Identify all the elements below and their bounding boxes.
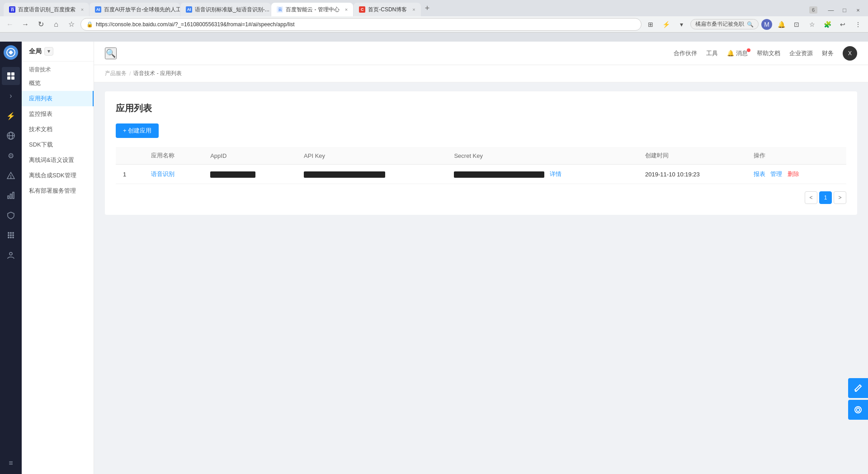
svg-point-22 bbox=[12, 237, 14, 238]
home-button[interactable]: ⌂ bbox=[50, 18, 62, 31]
sidebar-icon-globe[interactable] bbox=[2, 127, 20, 145]
cell-no: 1 bbox=[116, 165, 144, 184]
nav-item-app-list[interactable]: 应用列表 bbox=[22, 91, 94, 106]
sidebar-icon-person[interactable] bbox=[2, 246, 20, 264]
svg-point-19 bbox=[12, 234, 14, 236]
apikey-masked bbox=[304, 171, 385, 178]
cell-app-name: 语音识别 bbox=[144, 165, 203, 184]
nav-item-private-deploy-label: 私有部署服务管理 bbox=[29, 187, 76, 195]
refresh-button[interactable]: ↻ bbox=[34, 18, 47, 31]
sidebar-icon-expand[interactable]: › bbox=[2, 87, 20, 105]
tab-baidu-search[interactable]: 百 百度语音识别_百度搜索 × bbox=[4, 3, 89, 16]
maximize-button[interactable]: □ bbox=[838, 4, 851, 16]
menu-dots-button[interactable]: ⋮ bbox=[852, 18, 864, 31]
action-delete-link[interactable]: 删除 bbox=[788, 171, 799, 177]
address-bar[interactable]: 🔒 https://console.bce.baidu.com/ai/?_=16… bbox=[80, 18, 642, 31]
action-manage-link[interactable]: 管理 bbox=[770, 171, 782, 177]
svg-point-17 bbox=[8, 234, 9, 236]
col-no bbox=[116, 147, 144, 165]
nav-item-offline-sdk[interactable]: 离线合成SDK管理 bbox=[22, 168, 94, 183]
nav-item-overview-label: 概览 bbox=[29, 79, 41, 87]
page-1-button[interactable]: 1 bbox=[819, 191, 832, 204]
svg-point-18 bbox=[10, 234, 12, 236]
cast-button[interactable]: ⊡ bbox=[790, 18, 803, 31]
tools-link[interactable]: 工具 bbox=[706, 49, 718, 57]
lightning-button[interactable]: ⚡ bbox=[660, 18, 672, 31]
finance-link[interactable]: 财务 bbox=[822, 49, 834, 57]
undo-button[interactable]: ↩ bbox=[836, 18, 849, 31]
float-audio-button[interactable] bbox=[848, 400, 868, 420]
app-layout: › ⚡ ⚙ ≡ 全局 ▾ 语音技术 概览 应用 bbox=[0, 42, 868, 474]
nav-item-sdk-download-label: SDK下载 bbox=[29, 141, 53, 149]
window-controls: — □ × bbox=[825, 4, 864, 16]
message-badge[interactable]: 🔔 消息 bbox=[727, 49, 748, 57]
back-button[interactable]: ← bbox=[4, 18, 16, 31]
sidebar-icon-menu[interactable]: ≡ bbox=[2, 454, 20, 472]
enterprise-link[interactable]: 企业资源 bbox=[789, 49, 813, 57]
tab-label-5: 首页-CSDN博客 bbox=[368, 6, 407, 14]
help-link[interactable]: 帮助文档 bbox=[757, 49, 780, 57]
nav-item-private-deploy[interactable]: 私有部署服务管理 bbox=[22, 183, 94, 199]
tab-close-1[interactable]: × bbox=[81, 7, 84, 12]
col-created: 创建时间 bbox=[638, 147, 746, 165]
sidebar-icon-lightning[interactable]: ⚡ bbox=[2, 107, 20, 125]
sidebar-icon-security[interactable] bbox=[2, 206, 20, 224]
table-header: 应用名称 AppID API Key Secret Key 创建时间 操作 bbox=[116, 147, 846, 165]
extensions-button[interactable]: ⊞ bbox=[644, 18, 657, 31]
nav-item-monitor-label: 监控报表 bbox=[29, 110, 52, 118]
svg-point-16 bbox=[12, 232, 14, 234]
top-search-button[interactable]: 🔍 bbox=[105, 47, 117, 59]
minimize-button[interactable]: — bbox=[825, 4, 837, 16]
bookmark-button[interactable]: ☆ bbox=[65, 18, 78, 31]
user-avatar[interactable]: X bbox=[843, 46, 857, 61]
forward-button[interactable]: → bbox=[19, 18, 32, 31]
tab-baidu-ai[interactable]: AI 百度AI开放平台-全球领先的人工... × bbox=[90, 3, 180, 16]
svg-rect-1 bbox=[7, 72, 10, 76]
tab-count-badge: 6 bbox=[809, 6, 817, 14]
table-row: 1 语音识别 详情 bbox=[116, 165, 846, 184]
top-header-actions: 合作伙伴 工具 🔔 消息 帮助文档 企业资源 财务 X bbox=[674, 46, 857, 61]
partner-link[interactable]: 合作伙伴 bbox=[674, 49, 697, 57]
tab-close-5[interactable]: × bbox=[412, 7, 415, 12]
col-actions: 操作 bbox=[746, 147, 846, 165]
tab-close-4[interactable]: × bbox=[345, 7, 348, 12]
close-button[interactable]: × bbox=[852, 4, 864, 16]
breadcrumb-item-1[interactable]: 产品服务 bbox=[105, 70, 127, 77]
tab-label-1: 百度语音识别_百度搜索 bbox=[18, 6, 75, 14]
tab-console[interactable]: 云 百度智能云 - 管理中心 × bbox=[271, 3, 353, 16]
action-report-link[interactable]: 报表 bbox=[754, 171, 765, 177]
svg-point-10 bbox=[11, 178, 11, 178]
bookmark-star-button[interactable]: ☆ bbox=[806, 18, 818, 31]
col-apikey: API Key bbox=[297, 147, 447, 165]
nav-item-docs[interactable]: 技术文档 bbox=[22, 122, 94, 137]
prev-page-button[interactable]: < bbox=[805, 191, 817, 204]
profile-button[interactable]: M bbox=[761, 19, 772, 30]
nav-item-offline-words[interactable]: 离线词&语义设置 bbox=[22, 152, 94, 168]
svg-point-14 bbox=[8, 232, 9, 234]
tab-speech[interactable]: AI 语音识别标准版_短语音识别-... × bbox=[180, 3, 271, 16]
message-label: 消息 bbox=[736, 50, 748, 57]
nav-item-overview[interactable]: 概览 bbox=[22, 76, 94, 91]
browser-actions: ⊞ ⚡ ▾ 橘扁市桑书记被免职 🔍 M 🔔 ⊡ ☆ 🧩 ↩ ⋮ bbox=[644, 18, 864, 31]
dropdown-button[interactable]: ▾ bbox=[675, 18, 688, 31]
float-edit-button[interactable] bbox=[848, 378, 868, 398]
global-dropdown[interactable]: ▾ bbox=[44, 47, 53, 56]
sidebar-icon-settings[interactable]: ⚙ bbox=[2, 147, 20, 165]
nav-item-sdk-download[interactable]: SDK下载 bbox=[22, 137, 94, 152]
new-tab-button[interactable]: + bbox=[421, 4, 434, 13]
app-name-link[interactable]: 语音识别 bbox=[151, 171, 175, 177]
nav-item-monitor[interactable]: 监控报表 bbox=[22, 106, 94, 122]
next-page-button[interactable]: > bbox=[834, 191, 846, 204]
notifications-button[interactable]: 🔔 bbox=[775, 18, 788, 31]
sidebar-icon-apps[interactable] bbox=[2, 226, 20, 244]
appid-masked bbox=[210, 171, 255, 178]
extension2-button[interactable]: 🧩 bbox=[821, 18, 834, 31]
show-secretkey-link[interactable]: 详情 bbox=[550, 171, 561, 177]
sidebar-icon-grid[interactable] bbox=[2, 67, 20, 85]
create-app-button[interactable]: + 创建应用 bbox=[116, 123, 159, 138]
browser-search[interactable]: 橘扁市桑书记被免职 🔍 bbox=[690, 19, 759, 29]
nav-section-title: 语音技术 bbox=[22, 62, 94, 76]
tab-csdn[interactable]: C 首页-CSDN博客 × bbox=[354, 3, 420, 16]
sidebar-icon-chart[interactable] bbox=[2, 186, 20, 204]
sidebar-icon-warning[interactable] bbox=[2, 166, 20, 185]
